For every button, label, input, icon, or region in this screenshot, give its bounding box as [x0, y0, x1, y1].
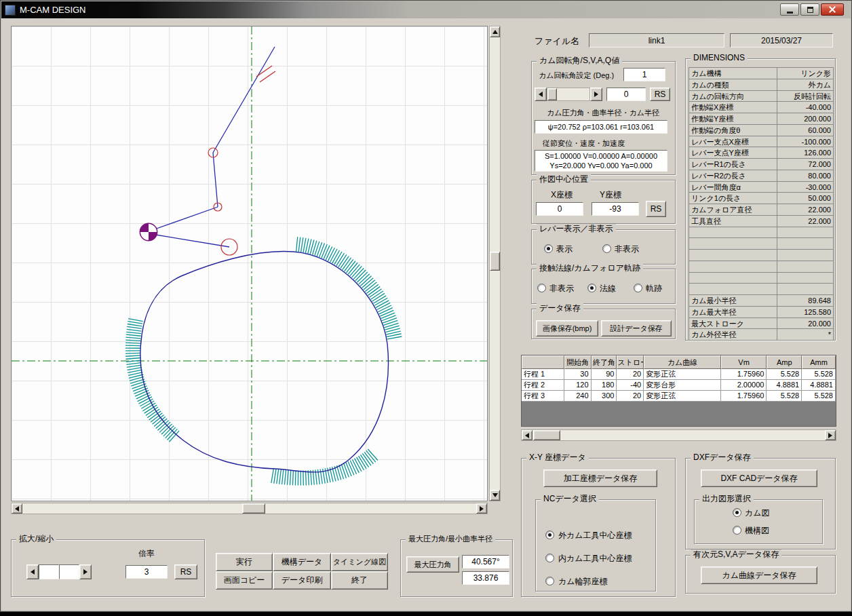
cell-stroke-name: 行程 2	[522, 380, 564, 391]
save-design-button[interactable]: 設計データ保存	[601, 320, 672, 336]
nc-inner-radio[interactable]	[545, 554, 554, 562]
normal-trace-radio[interactable]	[634, 284, 642, 292]
zoom-group: 拡大/縮小 倍率 3 RS	[11, 539, 205, 597]
cell-start-angle: 30	[564, 369, 592, 380]
minimize-button[interactable]	[780, 3, 799, 16]
close-button[interactable]	[821, 3, 844, 16]
normal-line-radio[interactable]	[587, 284, 596, 292]
dimension-value: 72.000	[777, 159, 834, 170]
scroll-up-icon	[492, 30, 498, 34]
dimension-label: レバーR2の長さ	[689, 170, 777, 182]
angle-scrollbar[interactable]	[547, 88, 590, 101]
canvas-vscrollbar[interactable]	[489, 26, 501, 501]
dimension-value: 89.648	[777, 295, 834, 307]
save-image-button[interactable]: 画像保存(bmp)	[536, 320, 598, 336]
zoom-in-button[interactable]	[79, 564, 92, 579]
scroll-up-button[interactable]	[490, 26, 500, 37]
normal-group: 接触法線/カムフォロア軌跡 非表示 法線 軌跡	[531, 269, 676, 304]
dimension-row: カム機構 リンク形	[689, 68, 834, 79]
dxf-save-button[interactable]: DXF CADデータ保存	[701, 469, 817, 487]
cell-stroke-name: 行程 3	[522, 391, 564, 402]
nc-outer-radio[interactable]	[545, 531, 554, 539]
stroke-table-row[interactable]: 行程 2 120 180 -40 変形台形 2.00000 4.8881 4.8…	[522, 380, 836, 391]
scroll-right-button[interactable]	[476, 503, 487, 514]
center-rs-button[interactable]: RS	[646, 201, 666, 217]
table-scroll-thumb[interactable]	[533, 430, 560, 440]
dimension-label: 作動端の角度θ	[689, 125, 777, 136]
exit-button[interactable]: 終了	[331, 571, 388, 590]
dimension-row: レバー間角度α -30.000	[689, 182, 834, 193]
timing-diagram-button[interactable]: タイミング線図	[331, 553, 388, 571]
shape-select-group: 出力図形選択 カム図 機構図	[694, 499, 823, 544]
lever-group-title: レバー表示／非表示	[537, 224, 616, 234]
mechanism-data-button[interactable]: 機構データ	[273, 553, 331, 571]
cell-end-angle: 180	[592, 380, 617, 391]
dimension-value: リンク形	[777, 68, 834, 79]
cell-start-angle: 240	[564, 391, 592, 402]
zoom-right-icon	[83, 569, 88, 575]
max-pressure-button[interactable]: 最大圧力角	[406, 556, 459, 573]
dimension-row: レバー支点Y座標 126.000	[689, 147, 834, 159]
dimension-value	[777, 261, 834, 273]
normal-hide-radio[interactable]	[537, 284, 546, 292]
table-scroll-right-button[interactable]	[825, 430, 836, 440]
cell-amp: 4.8881	[767, 380, 802, 391]
stroke-table-hscrollbar[interactable]	[521, 429, 836, 441]
center-x-input[interactable]: 0	[536, 202, 583, 216]
dimension-value: 125.580	[777, 307, 834, 318]
center-y-input[interactable]: -93	[592, 202, 639, 216]
vscroll-thumb[interactable]	[490, 252, 500, 271]
app-icon	[5, 5, 16, 16]
maximize-button[interactable]	[800, 3, 819, 16]
shape-cam-radio[interactable]	[733, 508, 741, 517]
zoom-out-button[interactable]	[26, 564, 39, 579]
cell-cam-curve: 変形正弦	[644, 391, 720, 402]
stroke-table-header: 開始角 終了角 ストローク カム曲線 Vm Amp Amm	[522, 355, 836, 369]
scroll-down-button[interactable]	[490, 490, 500, 501]
xy-save-button[interactable]: 加工座標データ保存	[543, 469, 657, 487]
angle-value-input[interactable]: 0	[606, 88, 646, 101]
cell-cam-curve: 変形正弦	[644, 369, 720, 380]
dimension-label: 最大ストローク	[689, 318, 777, 330]
angle-scroll-thumb[interactable]	[547, 88, 557, 100]
table-scroll-right-icon	[828, 433, 832, 438]
stroke-table-row[interactable]: 行程 3 240 300 20 変形正弦 1.75960 5.528 5.528	[522, 391, 836, 402]
angle-rs-button[interactable]: RS	[650, 88, 670, 101]
title-bar[interactable]: M-CAM DESIGN	[1, 1, 851, 18]
cam-curve-save-button[interactable]: カム曲線データ保存	[701, 566, 817, 584]
canvas-hscrollbar[interactable]	[11, 503, 488, 514]
angle-set-input[interactable]: 1	[623, 68, 665, 81]
file-name-field[interactable]: link1	[589, 33, 724, 47]
lever-show-radio[interactable]	[544, 244, 553, 253]
header-cam-curve: カム曲線	[644, 355, 721, 369]
dimensions-group: DIMENSIONS カム機構 リンク形 カムの種類 外カム カムの回転方向 反…	[685, 58, 836, 341]
dimension-row	[689, 284, 834, 295]
table-scroll-left-button[interactable]	[522, 430, 532, 440]
zoom-rs-button[interactable]: RS	[174, 564, 197, 579]
dimension-row: カム外径半径 *	[689, 329, 834, 341]
screen-copy-button[interactable]: 画面コピー	[216, 571, 273, 590]
shape-mech-radio[interactable]	[733, 526, 741, 535]
pivot-marker-quadrant-nw	[140, 223, 149, 232]
data-save-group-title: データ保存	[537, 303, 583, 313]
lever-show-label: 表示	[556, 244, 573, 254]
scroll-down-icon	[492, 493, 498, 497]
angle-scroll-right-button[interactable]	[590, 88, 602, 101]
main-window: M-CAM DESIGN	[0, 0, 852, 612]
scale-input[interactable]: 3	[125, 565, 168, 579]
lever-hide-radio[interactable]	[602, 244, 611, 253]
stroke-table-row[interactable]: 行程 1 30 90 20 変形正弦 1.75960 5.528 5.528	[522, 369, 836, 380]
normal-trace-label: 軌跡	[646, 284, 662, 294]
dimension-label: カム最大半径	[689, 307, 777, 318]
data-print-button[interactable]: データ印刷	[273, 571, 331, 590]
angle-scroll-left-button[interactable]	[535, 88, 547, 101]
header-vm: Vm	[721, 355, 767, 369]
scroll-left-button[interactable]	[12, 503, 22, 514]
dimension-row: レバーR1の長さ 72.000	[689, 159, 834, 170]
cell-amm: 5.528	[802, 391, 836, 402]
hscroll-thumb[interactable]	[242, 503, 265, 514]
run-button[interactable]: 実行	[216, 553, 273, 571]
center-y-label: Y座標	[600, 190, 621, 200]
sva-line1: S=1.00000 V=0.00000 A=0.00000	[545, 151, 657, 161]
nc-contour-radio[interactable]	[545, 577, 554, 585]
